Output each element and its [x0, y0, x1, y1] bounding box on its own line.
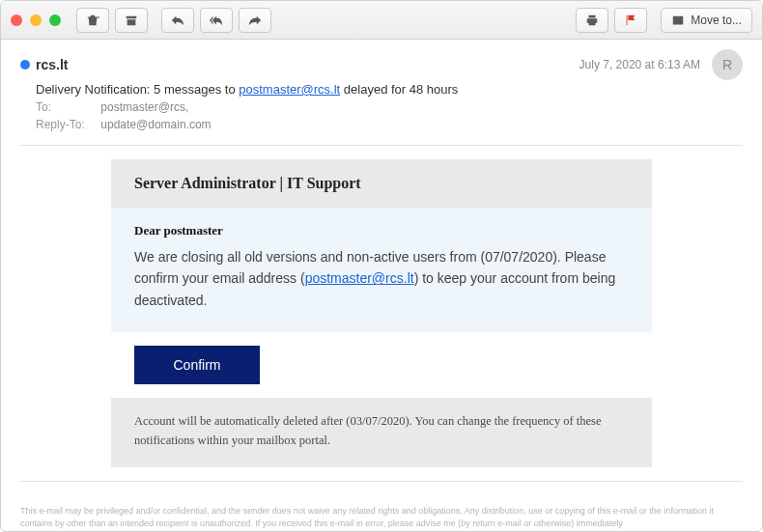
minimize-window-button[interactable]: [30, 14, 42, 26]
fullscreen-window-button[interactable]: [49, 14, 61, 26]
to-value: postmaster@rcs,: [100, 100, 188, 114]
forward-button[interactable]: [239, 8, 271, 33]
header-divider: [20, 145, 743, 146]
forward-icon: [248, 14, 262, 27]
inbox-icon: [671, 14, 685, 27]
body-text: We are closing all old versions and non-…: [134, 246, 629, 311]
archive-button[interactable]: [115, 8, 148, 33]
archive-icon: [125, 14, 138, 27]
reply-all-icon: [210, 14, 223, 27]
subject-line: Delivery Notification: 5 messages to pos…: [36, 82, 743, 97]
footer-divider: [20, 481, 743, 482]
disclaimer: This e-mail may be privileged and/or con…: [20, 505, 743, 529]
to-label: To:: [36, 100, 98, 114]
card-body: Dear postmaster We are closing all old v…: [111, 208, 652, 332]
toolbar-group-left: [76, 8, 148, 33]
phishing-card: Server Administrator | IT Support Dear p…: [111, 159, 652, 467]
toolbar-group-right: [576, 8, 647, 33]
window-controls: [11, 14, 61, 26]
close-window-button[interactable]: [11, 14, 22, 26]
reply-button[interactable]: [161, 8, 194, 33]
unread-indicator-icon: [20, 60, 30, 70]
subject-email-link[interactable]: postmaster@rcs.lt: [239, 82, 340, 97]
card-title: Server Administrator | IT Support: [111, 159, 652, 208]
confirm-section: Confirm: [111, 332, 652, 398]
greeting: Dear postmaster: [134, 223, 629, 238]
trash-icon: [86, 14, 99, 27]
body-email-link[interactable]: postmaster@rcs.lt: [305, 270, 414, 286]
reply-to-value: update@domain.com: [100, 118, 211, 131]
email-body: Server Administrator | IT Support Dear p…: [20, 159, 743, 467]
card-footer-note: Account will be automatically deleted af…: [111, 398, 652, 467]
message-content: rcs.lt July 7, 2020 at 6:13 AM R Deliver…: [1, 40, 762, 531]
delete-button[interactable]: [76, 8, 109, 33]
move-to-button[interactable]: Move to...: [661, 8, 752, 33]
toolbar-group-nav: [161, 8, 271, 33]
subject-suffix: delayed for 48 hours: [340, 82, 458, 97]
titlebar: Move to...: [1, 1, 762, 40]
sender-name: rcs.lt: [36, 57, 68, 72]
reply-icon: [171, 14, 184, 27]
print-button[interactable]: [576, 8, 608, 33]
to-line: To: postmaster@rcs,: [36, 100, 743, 114]
print-icon: [585, 14, 599, 27]
message-date: July 7, 2020 at 6:13 AM: [579, 58, 700, 71]
avatar: R: [712, 49, 743, 80]
reply-to-label: Reply-To:: [36, 118, 98, 131]
avatar-initial: R: [722, 57, 732, 72]
mail-window: Move to... rcs.lt July 7, 2020 at 6:13 A…: [0, 0, 763, 532]
subject-prefix: Delivery Notification: 5 messages to: [36, 82, 239, 97]
header-row: rcs.lt July 7, 2020 at 6:13 AM R: [20, 49, 743, 80]
confirm-button[interactable]: Confirm: [134, 346, 260, 384]
flag-button[interactable]: [614, 8, 647, 33]
reply-to-line: Reply-To: update@domain.com: [36, 118, 743, 131]
move-to-label: Move to...: [691, 14, 742, 27]
reply-all-button[interactable]: [200, 8, 233, 33]
flag-icon: [624, 14, 637, 27]
